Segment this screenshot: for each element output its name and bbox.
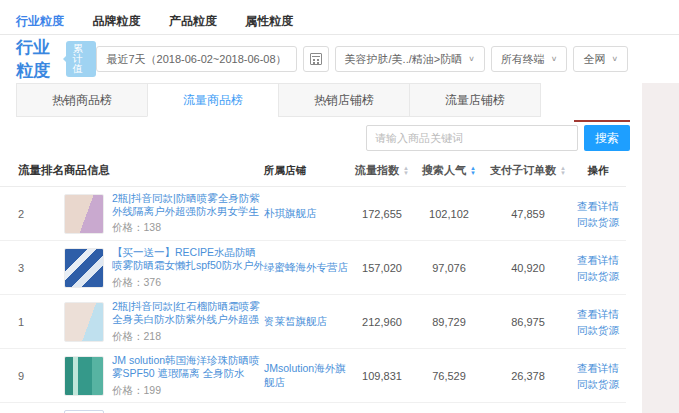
product-price: 价格：138 (112, 221, 264, 235)
col-search-popularity[interactable]: 搜索人气▲▼ (412, 163, 486, 178)
paid-orders-value: 47,859 (486, 208, 570, 220)
search-popularity-value: 97,076 (412, 262, 486, 274)
product-thumbnail[interactable] (64, 194, 104, 234)
same-source-link[interactable]: 同款货源 (570, 268, 626, 284)
same-source-link[interactable]: 同款货源 (570, 376, 626, 392)
view-detail-link[interactable]: 查看详情 (570, 198, 626, 214)
traffic-index-value: 172,655 (352, 208, 412, 220)
search-popularity-value: 76,529 (412, 370, 486, 382)
shop-link[interactable]: JMsolution海外旗舰店 (264, 362, 346, 388)
cumulative-badge: 累计值 (66, 41, 97, 77)
table-row: 2 2瓶|抖音同款|防晒喷雾全身防紫外线隔离户外超强防水男女学生 价格：138 … (0, 187, 626, 241)
sort-icon[interactable]: ▲▼ (403, 166, 409, 176)
product-price: 价格：376 (112, 276, 264, 290)
chevron-down-icon: ∨ (468, 55, 475, 63)
table-row: 【送1瓶】美白防晒霜喷雾全身户外隔离防紫外线 查看详情 (0, 403, 626, 413)
date-range-label: 最近7天（2018-06-02~2018-06-08） (106, 52, 286, 67)
col-traffic-index[interactable]: 流量指数▲▼ (352, 163, 412, 178)
col-search-label: 搜索人气 (422, 163, 466, 178)
page-title: 行业粒度 (16, 36, 54, 82)
same-source-link[interactable]: 同款货源 (570, 214, 626, 230)
category-dropdown[interactable]: 美容护肤/美../精油>防晒 ∨ (335, 46, 485, 72)
ranking-table: 流量排名 商品信息 所属店铺 流量指数▲▼ 搜索人气▲▼ 支付子订单数▲▼ 操作… (0, 157, 626, 413)
shop-link[interactable]: 朴琪旗舰店 (264, 207, 317, 219)
traffic-index-value: 157,020 (352, 262, 412, 274)
category-label: 美容护肤/美../精油>防晒 (345, 52, 463, 67)
date-range-button[interactable]: 最近7天（2018-06-02~2018-06-08） (96, 46, 296, 72)
product-thumbnail[interactable] (64, 302, 104, 342)
product-thumbnail[interactable] (64, 356, 104, 396)
rank-value: 2 (0, 208, 64, 220)
red-accent-line (574, 120, 630, 122)
paid-orders-value: 40,920 (486, 262, 570, 274)
shop-link[interactable]: 资莱皙旗舰店 (264, 315, 327, 327)
product-title-link[interactable]: 2瓶|抖音同款|红石榴防晒霜喷雾全身美白防水防紫外线户外超强男女 (112, 300, 264, 327)
search-input[interactable] (366, 125, 578, 151)
paid-orders-value: 26,378 (486, 370, 570, 382)
table-row: 1 2瓶|抖音同款|红石榴防晒霜喷雾全身美白防水防紫外线户外超强男女 价格：21… (0, 295, 626, 349)
product-title-link[interactable]: 2瓶|抖音同款|防晒喷雾全身防紫外线隔离户外超强防水男女学生 (112, 192, 264, 218)
col-paid-orders[interactable]: 支付子订单数▲▼ (486, 163, 570, 178)
top-nav: 行业粒度 品牌粒度 产品粒度 属性粒度 (0, 0, 679, 35)
calendar-icon (310, 53, 322, 65)
table-header: 流量排名 商品信息 所属店铺 流量指数▲▼ 搜索人气▲▼ 支付子订单数▲▼ 操作 (0, 157, 626, 187)
network-label: 全网 (583, 52, 605, 67)
col-rank: 流量排名 (0, 163, 64, 178)
table-row: 3 【买一送一】RECIPE水晶防晒喷雾防晒霜女懒扎spf50防水户外超强 价格… (0, 241, 626, 295)
filter-bar: 最近7天（2018-06-02~2018-06-08） 美容护肤/美../精油>… (96, 46, 628, 72)
tab-traffic-shops[interactable]: 流量店铺榜 (409, 83, 541, 117)
col-operations: 操作 (570, 164, 626, 178)
search-button[interactable]: 搜索 (584, 125, 630, 151)
product-thumbnail[interactable] (64, 248, 104, 288)
rank-value: 1 (0, 316, 64, 328)
search-popularity-value: 89,729 (412, 316, 486, 328)
col-product: 商品信息 (64, 163, 264, 178)
sort-icon-active[interactable]: ▲▼ (470, 166, 476, 176)
terminal-dropdown[interactable]: 所有终端 ∨ (491, 46, 568, 72)
view-detail-link[interactable]: 查看详情 (570, 360, 626, 376)
search-popularity-value: 102,102 (412, 208, 486, 220)
product-thumbnail[interactable] (64, 410, 104, 413)
rank-value: 3 (0, 262, 64, 274)
product-price: 价格：199 (112, 384, 264, 398)
col-shop: 所属店铺 (264, 164, 352, 178)
view-detail-link[interactable]: 查看详情 (570, 252, 626, 268)
page-header: 行业粒度 累计值 最近7天（2018-06-02~2018-06-08） 美容护… (0, 35, 679, 83)
col-orders-label: 支付子订单数 (490, 163, 556, 178)
col-traffic-label: 流量指数 (355, 163, 399, 178)
view-detail-link[interactable]: 查看详情 (570, 306, 626, 322)
search-bar: 搜索 (0, 125, 679, 151)
terminal-label: 所有终端 (501, 52, 545, 67)
rank-value: 9 (0, 370, 64, 382)
same-source-link[interactable]: 同款货源 (570, 322, 626, 338)
tab-traffic-products[interactable]: 流量商品榜 (147, 83, 279, 117)
tab-hot-products[interactable]: 热销商品榜 (16, 83, 148, 117)
paid-orders-value: 86,975 (486, 316, 570, 328)
chevron-down-icon: ∨ (551, 55, 558, 63)
network-dropdown[interactable]: 全网 ∨ (573, 46, 628, 72)
chevron-down-icon: ∨ (611, 55, 618, 63)
product-title-link[interactable]: JM solution韩国海洋珍珠防晒喷雾SPF50 遮瑕隔离 全身防水180m… (112, 354, 264, 381)
tab-hot-shops[interactable]: 热销店铺榜 (278, 83, 410, 117)
shop-link[interactable]: 绿蜜蜂海外专营店 (264, 261, 348, 273)
traffic-index-value: 109,831 (352, 370, 412, 382)
product-title-link[interactable]: 【买一送一】RECIPE水晶防晒喷雾防晒霜女懒扎spf50防水户外超强 (112, 246, 264, 273)
rank-tab-bar: 热销商品榜 流量商品榜 热销店铺榜 流量店铺榜 (0, 83, 679, 117)
product-price: 价格：218 (112, 330, 264, 344)
table-row: 9 JM solution韩国海洋珍珠防晒喷雾SPF50 遮瑕隔离 全身防水18… (0, 349, 626, 403)
calendar-button[interactable] (303, 46, 329, 72)
sort-icon[interactable]: ▲▼ (560, 166, 566, 176)
traffic-index-value: 212,960 (352, 316, 412, 328)
